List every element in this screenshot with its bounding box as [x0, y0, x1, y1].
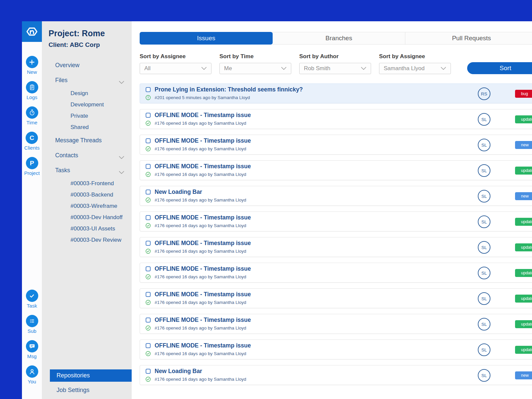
issue-label-badge[interactable]: updated	[515, 320, 532, 328]
issue-row[interactable]: OFFLINE MODE - Timestamp issue #176 open…	[140, 339, 532, 359]
issue-row[interactable]: OFFLINE MODE - Timestamp issue #176 open…	[140, 263, 532, 283]
issue-checkbox[interactable]	[146, 87, 151, 92]
issue-row[interactable]: New Loading Bar #176 opened 16 days ago …	[140, 365, 532, 385]
sidebar-item-repositories[interactable]: Repositories	[50, 369, 132, 382]
issue-row[interactable]: OFFLINE MODE - Timestamp issue #176 open…	[140, 160, 532, 180]
sidebar-item-job-settings[interactable]: Job Settings	[42, 382, 132, 397]
issue-title[interactable]: New Loading Bar	[155, 189, 202, 196]
issue-label-badge[interactable]: new	[515, 192, 532, 200]
filter-bar: Sort by Assignee All Sort by Time Me Sor…	[140, 53, 532, 74]
issue-label-badge[interactable]: updated	[515, 243, 532, 251]
issue-label-badge[interactable]: updated	[515, 218, 532, 226]
issue-label-badge[interactable]: updated	[515, 167, 532, 175]
issue-title[interactable]: OFFLINE MODE - Timestamp issue	[155, 265, 251, 272]
sidebar-item-overview[interactable]: Overview	[42, 58, 132, 73]
sidebar-item-00003-dev-handoff[interactable]: #00003-Dev Handoff	[42, 212, 132, 223]
issue-row[interactable]: OFFLINE MODE - Timestamp issue #176 open…	[140, 211, 532, 231]
issue-title[interactable]: Prone Lying in Extension: Threshold seem…	[155, 86, 303, 93]
rail-item-you[interactable]: You	[26, 365, 38, 384]
filter-select[interactable]: Rob Smith	[299, 63, 371, 74]
filter-select[interactable]: All	[140, 63, 211, 74]
issue-label-badge[interactable]: updated	[515, 115, 532, 123]
sidebar-item-private[interactable]: Private	[42, 110, 132, 122]
assignee-avatar[interactable]: SL	[478, 215, 490, 228]
sidebar-item-files[interactable]: Files	[42, 73, 132, 88]
assignee-avatar[interactable]: SL	[478, 241, 490, 254]
assignee-avatar[interactable]: SL	[478, 343, 490, 356]
rail-item-project[interactable]: P Project	[24, 157, 40, 176]
sidebar-item-00003-frontend[interactable]: #00003-Frontend	[42, 178, 132, 189]
sidebar-item-00003-wireframe[interactable]: #00003-Wireframe	[42, 200, 132, 212]
sort-button[interactable]: Sort	[467, 62, 532, 74]
issue-row[interactable]: OFFLINE MODE - Timestamp issue #176 open…	[140, 314, 532, 334]
issue-label-badge[interactable]: bug	[515, 90, 532, 98]
issue-title[interactable]: OFFLINE MODE - Timestamp issue	[155, 163, 251, 170]
issue-row[interactable]: OFFLINE MODE - Timestamp issue #176 open…	[140, 288, 532, 308]
sidebar-item-shared[interactable]: Shared	[42, 122, 132, 133]
sidebar-item-development[interactable]: Development	[42, 99, 132, 110]
issue-title[interactable]: OFFLINE MODE - Timestamp issue	[155, 214, 251, 221]
issue-label-badge[interactable]: updated	[515, 295, 532, 303]
filter-select[interactable]: Samantha Llyod	[379, 63, 451, 74]
rail-item-new[interactable]: New	[26, 56, 38, 75]
issue-label-badge[interactable]: updated	[515, 346, 532, 354]
sidebar-item-00003-backend[interactable]: #00003-Backend	[42, 189, 132, 200]
issue-title[interactable]: OFFLINE MODE - Timestamp issue	[155, 291, 251, 298]
issue-checkbox[interactable]	[146, 215, 151, 220]
issue-checkbox[interactable]	[146, 266, 151, 271]
assignee-avatar[interactable]: SL	[478, 190, 490, 202]
assignee-avatar[interactable]: SL	[478, 292, 490, 305]
assignee-avatar[interactable]: SL	[478, 164, 490, 177]
issue-row[interactable]: Prone Lying in Extension: Threshold seem…	[140, 83, 532, 103]
sidebar-item-00003-dev-review[interactable]: #00003-Dev Review	[42, 234, 132, 246]
assignee-avatar[interactable]: SL	[478, 113, 490, 126]
sidebar-item-label: #00003-UI Assets	[70, 225, 115, 232]
app-logo-icon[interactable]	[22, 21, 42, 42]
rail-item-logs[interactable]: Logs	[26, 81, 38, 100]
sidebar-item-message-threads[interactable]: Message Threads	[42, 133, 132, 148]
tab-issues[interactable]: Issues	[140, 32, 273, 45]
issue-title[interactable]: OFFLINE MODE - Timestamp issue	[155, 112, 251, 119]
issue-title[interactable]: OFFLINE MODE - Timestamp issue	[155, 317, 251, 324]
rail-item-sub[interactable]: Sub	[26, 315, 38, 334]
issue-label-badge[interactable]: new	[515, 141, 532, 149]
assignee-avatar[interactable]: SL	[478, 369, 490, 382]
assignee-avatar[interactable]: SL	[478, 318, 490, 331]
issue-title[interactable]: OFFLINE MODE - Timestamp issue	[155, 342, 251, 349]
issue-checkbox[interactable]	[146, 343, 151, 348]
issue-row[interactable]: OFFLINE MODE - Timestamp issue #176 open…	[140, 109, 532, 129]
sidebar-item-contacts[interactable]: Contacts	[42, 148, 132, 163]
assignee-avatar[interactable]: SL	[478, 139, 490, 151]
issue-checkbox[interactable]	[146, 241, 151, 246]
sidebar-item-tasks[interactable]: Tasks	[42, 163, 132, 178]
issue-checkbox[interactable]	[146, 113, 151, 118]
check-circle-icon	[145, 376, 151, 382]
rail-item-task[interactable]: Task	[26, 290, 38, 309]
issue-checkbox[interactable]	[146, 318, 151, 323]
filter-select[interactable]: Me	[219, 63, 291, 74]
issue-row[interactable]: New Loading Bar #176 opened 16 days ago …	[140, 186, 532, 206]
issue-checkbox[interactable]	[146, 138, 151, 143]
tab-pull-requests[interactable]: Pull Requests	[405, 32, 532, 45]
issue-title[interactable]: OFFLINE MODE - Timestamp issue	[155, 137, 251, 144]
issue-row[interactable]: OFFLINE MODE - Timestamp issue #176 open…	[140, 135, 532, 155]
sidebar-item-00003-ui-assets[interactable]: #00003-UI Assets	[42, 223, 132, 234]
issue-label-badge[interactable]: new	[515, 371, 532, 379]
assignee-avatar[interactable]: RS	[478, 87, 490, 100]
tab-bar: IssuesBranchesPull Requests	[140, 32, 532, 45]
tab-branches[interactable]: Branches	[272, 32, 405, 45]
issue-title[interactable]: OFFLINE MODE - Timestamp issue	[155, 240, 251, 247]
rail-item-time[interactable]: Time	[26, 106, 38, 125]
issue-checkbox[interactable]	[146, 292, 151, 297]
rail-item-clients[interactable]: C Clients	[24, 132, 40, 151]
issue-checkbox[interactable]	[146, 190, 151, 195]
issue-checkbox[interactable]	[146, 369, 151, 374]
sidebar-item-design[interactable]: Design	[42, 88, 132, 99]
issue-row[interactable]: OFFLINE MODE - Timestamp issue #176 open…	[140, 237, 532, 257]
issue-label-badge[interactable]: updated	[515, 269, 532, 277]
issue-title[interactable]: New Loading Bar	[155, 368, 202, 375]
assignee-avatar[interactable]: SL	[478, 267, 490, 279]
rail-item-msg[interactable]: Msg	[26, 340, 38, 359]
issue-checkbox[interactable]	[146, 164, 151, 169]
sidebar-item-label: #00003-Wireframe	[70, 203, 117, 209]
